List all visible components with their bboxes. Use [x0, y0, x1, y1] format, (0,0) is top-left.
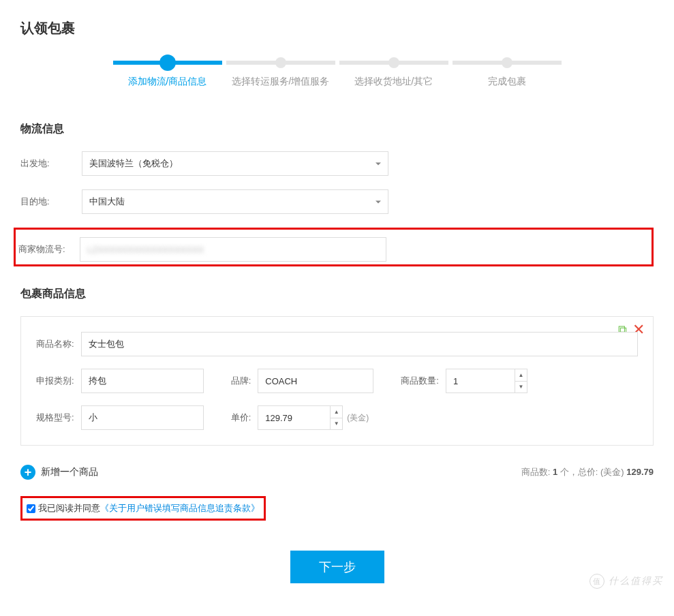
quantity-stepper[interactable]: 1 ▲ ▼: [446, 369, 527, 393]
tracking-input[interactable]: LZXXXXXXXXXXXXXXXXXX: [80, 237, 386, 262]
price-label: 单价:: [231, 412, 251, 424]
watermark-icon: 值: [589, 574, 604, 589]
quantity-down-icon[interactable]: ▼: [515, 382, 527, 393]
agreement-highlight: 我已阅读并同意 《关于用户错误填写商品信息追责条款》: [20, 496, 266, 521]
add-product-label: 新增一个商品: [41, 466, 98, 478]
next-button[interactable]: 下一步: [290, 551, 384, 583]
destination-label: 目的地:: [20, 196, 82, 208]
quantity-value: 1: [453, 376, 458, 386]
agreement-link[interactable]: 《关于用户错误填写商品信息追责条款》: [100, 502, 260, 514]
tracking-label: 商家物流号:: [18, 243, 80, 256]
origin-value: 美国波特兰（免税仓）: [89, 157, 178, 170]
category-value: 挎包: [89, 375, 106, 387]
product-name-label: 商品名称:: [36, 338, 74, 350]
step-2: 选择转运服务/增值服务: [226, 61, 335, 88]
currency-hint: (美金): [347, 412, 369, 424]
step-1-label: 添加物流/商品信息: [113, 76, 222, 88]
tracking-highlight: 商家物流号: LZXXXXXXXXXXXXXXXXXX: [14, 228, 654, 266]
brand-input[interactable]: COACH: [258, 369, 373, 393]
price-up-icon[interactable]: ▲: [331, 406, 342, 418]
plus-icon: +: [20, 465, 35, 480]
product-card: ⧉ ✕ 商品名称: 女士包包 申报类别: 挎包 品牌: COACH: [20, 316, 654, 446]
stepper: 添加物流/商品信息 选择转运服务/增值服务 选择收货地址/其它 完成包裹: [20, 61, 654, 88]
step-2-label: 选择转运服务/增值服务: [226, 76, 335, 88]
chevron-down-icon: [376, 162, 381, 165]
watermark-text: 什么值得买: [609, 575, 663, 587]
page-title: 认领包裹: [20, 19, 654, 37]
step-3: 选择收货地址/其它: [339, 61, 448, 88]
destination-value: 中国大陆: [89, 196, 125, 208]
logistics-title: 物流信息: [20, 122, 654, 136]
product-section-title: 包裹商品信息: [20, 287, 654, 301]
price-down-icon[interactable]: ▼: [331, 418, 342, 430]
step-1: 添加物流/商品信息: [113, 61, 222, 88]
product-name-input[interactable]: 女士包包: [81, 332, 638, 356]
chevron-down-icon: [376, 200, 381, 203]
tracking-value: LZXXXXXXXXXXXXXXXXXX: [87, 245, 204, 255]
watermark: 值 什么值得买: [589, 574, 663, 589]
step-4-label: 完成包裹: [453, 76, 562, 88]
origin-label: 出发地:: [20, 157, 82, 170]
agreement-checkbox[interactable]: [27, 504, 35, 513]
category-select[interactable]: 挎包: [81, 369, 204, 393]
agreement-prefix: 我已阅读并同意: [38, 502, 100, 514]
spec-input[interactable]: 小: [81, 405, 204, 430]
quantity-label: 商品数量:: [401, 375, 439, 387]
price-value: 129.79: [265, 413, 292, 423]
spec-value: 小: [89, 412, 97, 424]
quantity-up-icon[interactable]: ▲: [515, 369, 527, 382]
add-product-button[interactable]: + 新增一个商品: [20, 465, 98, 480]
summary-text: 商品数: 1 个，总价: (美金) 129.79: [521, 466, 654, 478]
brand-label: 品牌:: [231, 375, 251, 387]
origin-select[interactable]: 美国波特兰（免税仓）: [82, 151, 388, 176]
spec-label: 规格型号:: [36, 412, 74, 424]
price-stepper[interactable]: 129.79 ▲ ▼: [258, 405, 343, 430]
brand-value: COACH: [265, 376, 297, 386]
step-3-label: 选择收货地址/其它: [339, 76, 448, 88]
product-name-value: 女士包包: [89, 338, 124, 350]
step-4: 完成包裹: [453, 61, 562, 88]
destination-select[interactable]: 中国大陆: [82, 189, 388, 214]
category-label: 申报类别:: [36, 375, 74, 387]
